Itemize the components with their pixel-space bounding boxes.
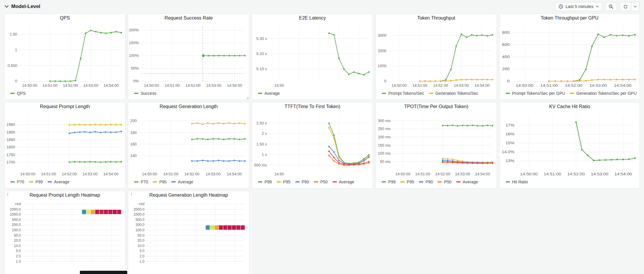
legend-swatch [29,181,33,182]
chart-ttft[interactable]: 500 ms1 s1.50 s2 s2.50 s14:50 [252,111,373,177]
chart-e2e-latency[interactable]: 5.10 s5.20 s5.30 s14:50 [252,22,373,89]
legend-item-success[interactable]: Success [134,91,156,96]
refresh-button[interactable] [620,2,631,11]
panel-title[interactable]: Request Generation Length Heatmap [149,193,228,198]
panel-token-throughput: Token Throughput010002000300014:50:0014:… [375,14,497,100]
panel-title[interactable]: Request Success Rate [164,15,213,21]
series-point [191,160,193,162]
series-point [100,32,102,33]
legend-item-prompt-tokens-sec[interactable]: Prompt Tokens/Sec [382,91,424,96]
series-point [333,134,335,136]
legend-item-qps[interactable]: QPS [10,91,26,96]
x-tick-label: 14:50:00 [392,83,407,88]
series-point [115,161,117,163]
panel-title[interactable]: TTFT(Time To First Token) [285,104,340,109]
legend-item-generation-tokens-sec-per-gpu[interactable]: Generation Tokens/Sec per GPU [570,91,637,96]
heatmap-cell [82,210,86,214]
panel-resize-handle[interactable] [246,97,248,99]
heatmap-cell [232,225,236,230]
legend-swatch [153,181,157,182]
x-tick-label: 14:54:00 [614,83,631,88]
chart-request-success-rate[interactable]: 0%50%100%150%200%14:50:0014:51:0014:52:0… [128,22,249,89]
heatmap-cell [100,210,104,214]
y-bucket-label: 500.0 [12,218,21,222]
legend-item-p90[interactable]: P90 [419,180,433,184]
series-point [573,80,574,82]
legend-item-p95[interactable]: P95 [277,180,290,184]
legend-swatch [134,181,138,182]
series-point [585,80,587,81]
series-point [75,80,76,81]
series-point [456,45,457,47]
section-collapse-toggle[interactable]: Model-Level [5,4,40,9]
legend-item-average[interactable]: Average [258,91,280,96]
panel-title[interactable]: E2E Latency [299,15,326,21]
legend-item-average[interactable]: Average [333,180,354,184]
series-point [466,36,467,38]
legend-item-average[interactable]: Average [171,180,193,184]
y-tick-label: 17% [506,123,515,127]
legend-item-p70[interactable]: P70 [10,180,24,184]
series-point [425,80,426,82]
y-bucket-label: 1000.0 [10,212,21,217]
panel-title[interactable]: Token Throughput [417,15,455,21]
series-line-prompt-tokens-sec [420,34,493,81]
series-point [333,137,335,139]
panel-title[interactable]: Token Throughput per GPU [541,15,598,21]
chart-token-throughput[interactable]: 010002000300014:50:0014:51:0014:52:0014:… [376,22,496,89]
series-point [234,138,235,140]
chart-request-generation-length[interactable]: 14016018020014:50:0014:51:0014:52:0014:5… [128,111,249,177]
info-icon[interactable]: i [131,192,132,196]
chart-tpot[interactable]: 50 ms100 ms150 ms200 ms250 ms300 ms14:50… [376,111,496,177]
series-point [333,151,335,153]
chart-kv-cache-hit-ratio[interactable]: 13%14.0%15%16%17%14:50:0014:51:0014:52:0… [500,111,640,177]
series-point [95,131,96,132]
legend-swatch [277,181,281,182]
zoom-out-button[interactable] [605,2,617,11]
panel-title[interactable]: TPOT(Time Per Output Token) [404,104,468,109]
series-point [228,160,230,162]
y-tick-label: 1850 [7,137,15,142]
legend-item-p95[interactable]: P95 [153,180,167,184]
legend: P99P95P90P50Average [252,177,373,188]
legend-item-p95[interactable]: P95 [400,180,414,184]
legend-item-p50[interactable]: P50 [438,180,451,184]
series-point [482,34,483,36]
series-point [69,161,70,163]
series-point [452,124,453,126]
series-point [333,160,335,162]
legend-swatch [570,93,574,94]
legend-swatch [419,181,423,182]
panel-title[interactable]: QPS [60,15,70,21]
legend-item-average[interactable]: Average [456,180,478,184]
legend-item-p99[interactable]: P99 [258,180,272,184]
legend-item-p50[interactable]: P50 [314,180,328,184]
chart-request-generation-length-heatmap[interactable]: +Inf2000.01000.0500.0200.0100.050.020.01… [128,199,249,274]
panel-title[interactable]: Request Prompt Length [40,104,90,109]
legend-item-p99[interactable]: P99 [382,180,396,184]
legend-item-p70[interactable]: P70 [134,180,148,184]
x-tick-label: 14:51:00 [41,172,56,176]
legend-item-p99[interactable]: P99 [29,180,43,184]
chart-request-prompt-length[interactable]: 17001750180018501900195014:50:0014:51:00… [4,111,125,177]
chart-token-throughput-per-gpu[interactable]: 020040060080014:50:0014:51:0014:52:0014:… [500,22,640,89]
panel-title[interactable]: Request Prompt Length Heatmap [30,193,100,198]
chart-qps[interactable]: 00.50011.5014:50:0014:51:0014:52:0014:53… [4,22,125,89]
legend-item-average[interactable]: Average [48,180,70,184]
series-point [462,162,464,164]
series-point [363,162,364,164]
legend-item-p90[interactable]: P90 [295,180,309,184]
info-icon[interactable]: i [7,192,8,196]
legend-item-generation-tokens-sec[interactable]: Generation Tokens/Sec [429,91,478,96]
legend-item-hit-ratio[interactable]: Hit Ratio [506,180,528,184]
series-point [452,159,453,160]
chart-request-prompt-length-heatmap[interactable]: +Inf2000.01000.0500.0200.0100.050.020.01… [4,199,125,274]
panel-title[interactable]: KV Cache Hit Ratio [549,104,590,109]
y-bucket-label: 2.0 [140,254,145,258]
refresh-interval-dropdown[interactable] [631,2,639,11]
panel-e2e-latency: E2E Latency5.10 s5.20 s5.30 s14:50Averag… [252,14,373,100]
series-point [328,123,330,124]
time-range-picker[interactable]: Last 5 minutes [555,2,602,11]
legend-item-prompt-tokens-sec-per-gpu[interactable]: Prompt Tokens/Sec per GPU [506,91,565,96]
panel-title[interactable]: Request Generation Length [159,104,218,109]
